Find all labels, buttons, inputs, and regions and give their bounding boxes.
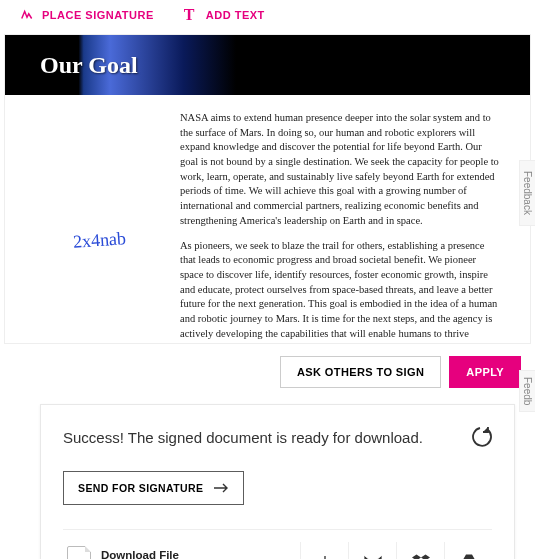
send-for-signature-label: SEND FOR SIGNATURE bbox=[78, 482, 203, 494]
banner: Our Goal bbox=[5, 35, 530, 95]
add-text-button[interactable]: T ADD TEXT bbox=[184, 8, 265, 22]
pdf-file-icon: PDF bbox=[63, 546, 91, 559]
banner-title: Our Goal bbox=[40, 52, 138, 79]
send-for-signature-button[interactable]: SEND FOR SIGNATURE bbox=[63, 471, 244, 505]
success-panel: Success! The signed document is ready fo… bbox=[40, 404, 515, 559]
download-info[interactable]: Download File 5. journey-to-mars-next-st… bbox=[101, 549, 300, 559]
action-bar: ASK OTHERS TO SIGN APPLY bbox=[0, 348, 535, 396]
dropbox-icon bbox=[412, 554, 430, 559]
refresh-icon bbox=[468, 425, 492, 449]
arrow-right-icon bbox=[213, 483, 229, 493]
add-text-label: ADD TEXT bbox=[206, 9, 265, 21]
text-icon: T bbox=[184, 8, 198, 22]
download-label: Download File bbox=[101, 549, 300, 559]
ask-others-button[interactable]: ASK OTHERS TO SIGN bbox=[280, 356, 441, 388]
refresh-button[interactable] bbox=[468, 425, 492, 449]
share-actions bbox=[300, 542, 492, 559]
success-title: Success! The signed document is ready fo… bbox=[63, 429, 423, 446]
document-viewport: Our Goal NASA aims to extend human prese… bbox=[4, 34, 531, 344]
dropbox-button[interactable] bbox=[396, 542, 444, 559]
document-page[interactable]: Our Goal NASA aims to extend human prese… bbox=[5, 35, 530, 343]
download-icon bbox=[317, 554, 333, 559]
download-button[interactable] bbox=[300, 542, 348, 559]
paragraph: As pioneers, we seek to blaze the trail … bbox=[180, 239, 500, 344]
mail-icon bbox=[364, 555, 382, 559]
feedback-tab[interactable]: Feedback bbox=[519, 160, 535, 226]
document-body: NASA aims to extend human presence deepe… bbox=[5, 95, 530, 343]
signature-icon bbox=[20, 8, 34, 22]
place-signature-label: PLACE SIGNATURE bbox=[42, 9, 154, 21]
download-row: PDF Download File 5. journey-to-mars-nex… bbox=[63, 529, 492, 559]
email-button[interactable] bbox=[348, 542, 396, 559]
google-drive-icon bbox=[460, 554, 478, 559]
drive-button[interactable] bbox=[444, 542, 492, 559]
placed-signature[interactable]: 2x4nab bbox=[72, 228, 126, 253]
place-signature-button[interactable]: PLACE SIGNATURE bbox=[20, 8, 154, 22]
feedback-tab-lower[interactable]: Feedb bbox=[519, 370, 535, 412]
apply-button[interactable]: APPLY bbox=[449, 356, 521, 388]
paragraph: NASA aims to extend human presence deepe… bbox=[180, 111, 500, 229]
toolbar: PLACE SIGNATURE T ADD TEXT bbox=[0, 0, 535, 30]
